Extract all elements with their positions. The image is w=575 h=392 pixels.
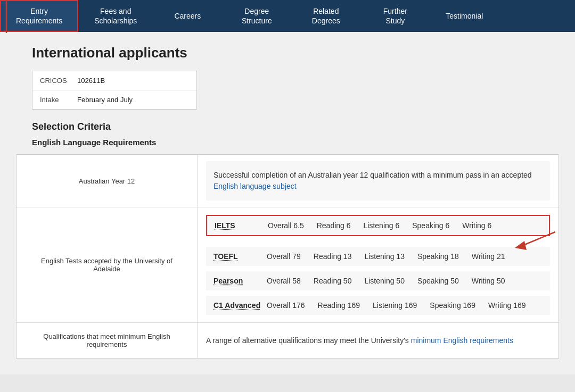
row-label-aus: Australian Year 12 [17, 155, 198, 207]
english-requirements-title: English Language Requirements [32, 138, 559, 147]
pearson-speaking: Speaking 50 [417, 277, 459, 285]
qual-text: A range of alternative qualifications ma… [206, 333, 550, 348]
english-language-subject-link[interactable]: English language subject [213, 182, 297, 190]
pearson-overall: Overall 58 [267, 277, 301, 285]
c1-name: C1 Advanced [213, 301, 267, 310]
nav-label-degree: Degree Structure [242, 6, 272, 26]
table-row-tests: English Tests accepted by the University… [17, 207, 558, 323]
row-label-qual: Qualifications that meet minimum English… [17, 323, 198, 358]
nav-degree-structure[interactable]: Degree Structure [222, 0, 291, 32]
pearson-name: Pearson [213, 277, 267, 285]
nav-careers[interactable]: Careers [153, 0, 222, 32]
nav-fees-scholarships[interactable]: Fees and Scholarships [78, 0, 153, 32]
minimum-english-link[interactable]: minimum English requirements [411, 336, 513, 345]
ielts-writing: Writing 6 [462, 221, 491, 230]
nav-related-degrees[interactable]: Related Degrees [291, 0, 360, 32]
intake-value: February and July [77, 96, 133, 104]
pearson-writing: Writing 50 [472, 277, 505, 285]
nav-label-further: Further Study [383, 6, 407, 26]
ielts-name: IELTS [215, 221, 268, 230]
intake-label: Intake [40, 96, 77, 104]
requirements-table: Australian Year 12 Successful completion… [16, 154, 559, 358]
table-row-aus: Australian Year 12 Successful completion… [17, 155, 558, 207]
c1-listening: Listening 169 [373, 301, 417, 310]
nav-label-related: Related Degrees [312, 6, 340, 26]
cricos-value: 102611B [77, 77, 105, 85]
toefl-listening: Listening 13 [364, 252, 405, 261]
row-label-tests: English Tests accepted by the University… [17, 207, 198, 322]
selection-criteria-title: Selection Criteria [32, 121, 559, 132]
ielts-listening: Listening 6 [364, 221, 400, 230]
cricos-row: CRICOS 102611B [32, 71, 196, 90]
main-content: International applicants CRICOS 102611B … [0, 32, 575, 374]
cricos-label: CRICOS [40, 77, 77, 85]
ielts-reading: Reading 6 [317, 221, 351, 230]
page-title: International applicants [32, 45, 559, 61]
c1-writing: Writing 169 [488, 301, 526, 310]
c1-row: C1 Advanced Overall 176 Reading 169 List… [206, 296, 550, 315]
nav-label-testimonial: Testimonial [446, 11, 483, 21]
info-box: CRICOS 102611B Intake February and July [32, 71, 197, 110]
nav-testimonial[interactable]: Testimonial [430, 0, 499, 32]
c1-overall: Overall 176 [267, 301, 305, 310]
row-content-tests: IELTS Overall 6.5 Reading 6 Listening 6 … [198, 207, 558, 322]
nav-label-careers: Careers [174, 11, 201, 21]
toefl-speaking: Speaking 18 [417, 252, 459, 261]
c1-speaking: Speaking 169 [430, 301, 475, 310]
table-row-qual: Qualifications that meet minimum English… [17, 323, 558, 358]
intake-row: Intake February and July [32, 90, 196, 109]
navigation: Entry Requirements Fees and Scholarships… [0, 0, 575, 32]
row-content-aus: Successful completion of an Australian y… [198, 155, 558, 207]
toefl-row: TOEFL Overall 79 Reading 13 Listening 13… [206, 247, 550, 266]
nav-further-study[interactable]: Further Study [360, 0, 430, 32]
toefl-reading: Reading 13 [314, 252, 352, 261]
ielts-speaking: Speaking 6 [412, 221, 449, 230]
toefl-scores: Overall 79 Reading 13 Listening 13 Speak… [267, 252, 543, 261]
pearson-row: Pearson Overall 58 Reading 50 Listening … [206, 271, 550, 290]
nav-entry-requirements[interactable]: Entry Requirements [0, 0, 78, 32]
ielts-scores: Overall 6.5 Reading 6 Listening 6 Speaki… [268, 221, 541, 230]
c1-scores: Overall 176 Reading 169 Listening 169 Sp… [267, 301, 543, 310]
c1-reading: Reading 169 [318, 301, 360, 310]
pearson-scores: Overall 58 Reading 50 Listening 50 Speak… [267, 277, 543, 285]
ielts-overall: Overall 6.5 [268, 221, 304, 230]
toefl-writing: Writing 21 [472, 252, 505, 261]
row-content-qual: A range of alternative qualifications ma… [198, 323, 558, 358]
nav-label-entry-requirements: Entry Requirements [16, 6, 62, 26]
ielts-row: IELTS Overall 6.5 Reading 6 Listening 6 … [206, 215, 550, 236]
pearson-listening: Listening 50 [364, 277, 405, 285]
nav-label-fees: Fees and Scholarships [94, 6, 137, 26]
aus-text: Successful completion of an Australian y… [206, 161, 550, 201]
toefl-name: TOEFL [213, 252, 267, 261]
toefl-overall: Overall 79 [267, 252, 301, 261]
pearson-reading: Reading 50 [314, 277, 352, 285]
